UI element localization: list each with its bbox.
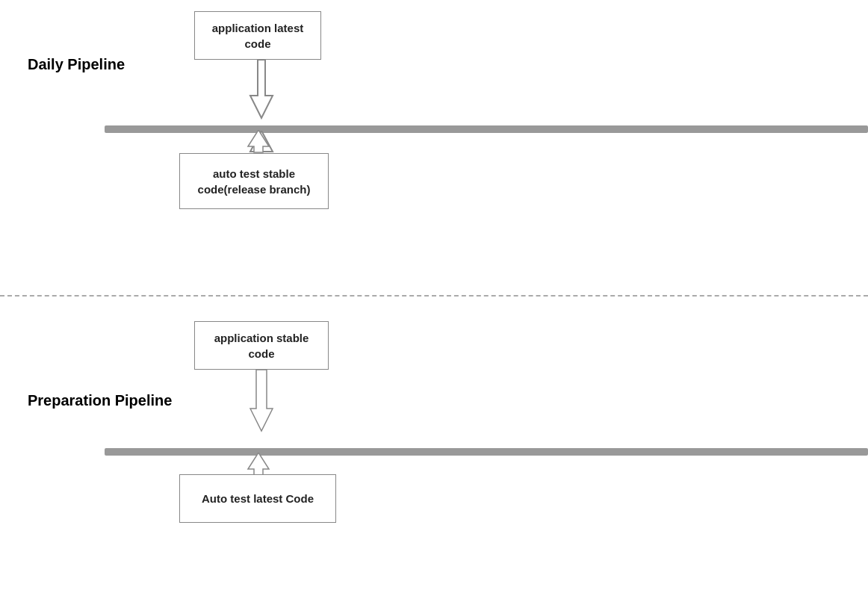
svg-marker-6 — [248, 130, 269, 152]
daily-arrow-down-1 — [243, 60, 280, 127]
daily-box-auto-test-stable: auto test stable code(release branch) — [179, 153, 329, 209]
prep-arrow-up — [238, 453, 279, 477]
prep-pipeline-line — [105, 448, 868, 456]
daily-box-app-latest-code: application latest code — [194, 11, 321, 60]
daily-arrow-connector-up — [238, 130, 279, 154]
prep-box-auto-test-latest: Auto test latest Code — [179, 474, 336, 523]
daily-pipeline-label: Daily Pipeline — [28, 56, 125, 73]
prep-box-app-stable-code: application stable code — [194, 321, 329, 370]
prep-arrow-down — [243, 370, 280, 452]
preparation-pipeline-label: Preparation Pipeline — [28, 392, 172, 409]
svg-marker-10 — [248, 453, 269, 475]
svg-marker-1 — [250, 60, 273, 118]
daily-pipeline-line — [105, 125, 868, 133]
svg-marker-8 — [250, 370, 273, 431]
section-divider — [0, 295, 868, 297]
diagram-container: Daily Pipeline application latest code a… — [0, 0, 868, 596]
